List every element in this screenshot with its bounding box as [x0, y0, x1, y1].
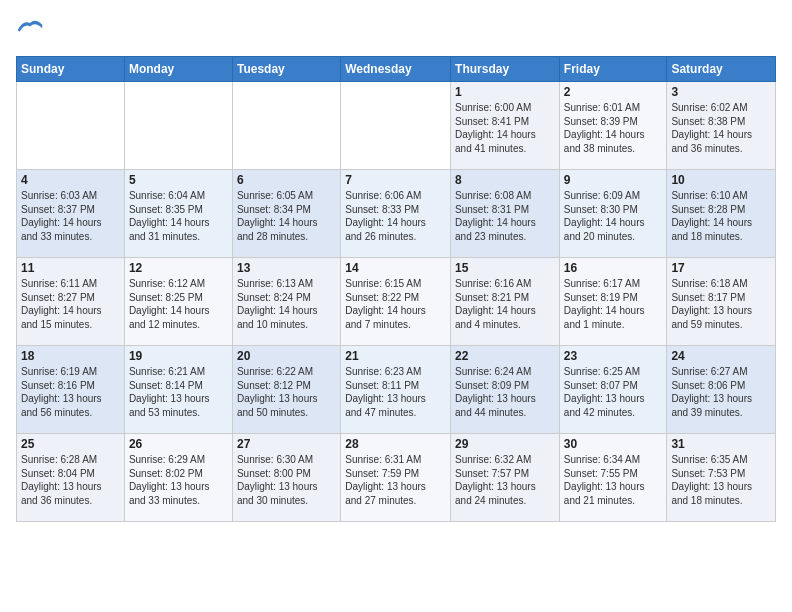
- day-number: 11: [21, 261, 120, 275]
- calendar-cell: 7Sunrise: 6:06 AM Sunset: 8:33 PM Daylig…: [341, 170, 451, 258]
- cell-content: Sunrise: 6:12 AM Sunset: 8:25 PM Dayligh…: [129, 277, 228, 331]
- cell-content: Sunrise: 6:04 AM Sunset: 8:35 PM Dayligh…: [129, 189, 228, 243]
- day-number: 3: [671, 85, 771, 99]
- day-number: 25: [21, 437, 120, 451]
- day-number: 30: [564, 437, 663, 451]
- calendar-cell: 29Sunrise: 6:32 AM Sunset: 7:57 PM Dayli…: [451, 434, 560, 522]
- cell-content: Sunrise: 6:11 AM Sunset: 8:27 PM Dayligh…: [21, 277, 120, 331]
- day-number: 15: [455, 261, 555, 275]
- day-number: 1: [455, 85, 555, 99]
- cell-content: Sunrise: 6:35 AM Sunset: 7:53 PM Dayligh…: [671, 453, 771, 507]
- calendar-body: 1Sunrise: 6:00 AM Sunset: 8:41 PM Daylig…: [17, 82, 776, 522]
- cell-content: Sunrise: 6:31 AM Sunset: 7:59 PM Dayligh…: [345, 453, 446, 507]
- calendar-cell: 23Sunrise: 6:25 AM Sunset: 8:07 PM Dayli…: [559, 346, 667, 434]
- weekday-header-saturday: Saturday: [667, 57, 776, 82]
- calendar-cell: 27Sunrise: 6:30 AM Sunset: 8:00 PM Dayli…: [232, 434, 340, 522]
- calendar-cell: 12Sunrise: 6:12 AM Sunset: 8:25 PM Dayli…: [124, 258, 232, 346]
- day-number: 10: [671, 173, 771, 187]
- weekday-header-row: SundayMondayTuesdayWednesdayThursdayFrid…: [17, 57, 776, 82]
- day-number: 31: [671, 437, 771, 451]
- cell-content: Sunrise: 6:25 AM Sunset: 8:07 PM Dayligh…: [564, 365, 663, 419]
- day-number: 28: [345, 437, 446, 451]
- calendar-cell: 11Sunrise: 6:11 AM Sunset: 8:27 PM Dayli…: [17, 258, 125, 346]
- calendar-header: SundayMondayTuesdayWednesdayThursdayFrid…: [17, 57, 776, 82]
- cell-content: Sunrise: 6:18 AM Sunset: 8:17 PM Dayligh…: [671, 277, 771, 331]
- day-number: 22: [455, 349, 555, 363]
- cell-content: Sunrise: 6:13 AM Sunset: 8:24 PM Dayligh…: [237, 277, 336, 331]
- cell-content: Sunrise: 6:00 AM Sunset: 8:41 PM Dayligh…: [455, 101, 555, 155]
- cell-content: Sunrise: 6:02 AM Sunset: 8:38 PM Dayligh…: [671, 101, 771, 155]
- day-number: 5: [129, 173, 228, 187]
- logo: [16, 16, 48, 44]
- day-number: 4: [21, 173, 120, 187]
- day-number: 18: [21, 349, 120, 363]
- logo-icon: [16, 16, 44, 44]
- cell-content: Sunrise: 6:17 AM Sunset: 8:19 PM Dayligh…: [564, 277, 663, 331]
- calendar-cell: 31Sunrise: 6:35 AM Sunset: 7:53 PM Dayli…: [667, 434, 776, 522]
- calendar-cell: 22Sunrise: 6:24 AM Sunset: 8:09 PM Dayli…: [451, 346, 560, 434]
- cell-content: Sunrise: 6:23 AM Sunset: 8:11 PM Dayligh…: [345, 365, 446, 419]
- cell-content: Sunrise: 6:32 AM Sunset: 7:57 PM Dayligh…: [455, 453, 555, 507]
- calendar-cell: 6Sunrise: 6:05 AM Sunset: 8:34 PM Daylig…: [232, 170, 340, 258]
- calendar-cell: 17Sunrise: 6:18 AM Sunset: 8:17 PM Dayli…: [667, 258, 776, 346]
- cell-content: Sunrise: 6:16 AM Sunset: 8:21 PM Dayligh…: [455, 277, 555, 331]
- cell-content: Sunrise: 6:10 AM Sunset: 8:28 PM Dayligh…: [671, 189, 771, 243]
- calendar-cell: [341, 82, 451, 170]
- cell-content: Sunrise: 6:19 AM Sunset: 8:16 PM Dayligh…: [21, 365, 120, 419]
- day-number: 16: [564, 261, 663, 275]
- day-number: 13: [237, 261, 336, 275]
- day-number: 20: [237, 349, 336, 363]
- calendar-cell: 3Sunrise: 6:02 AM Sunset: 8:38 PM Daylig…: [667, 82, 776, 170]
- day-number: 2: [564, 85, 663, 99]
- calendar-cell: 26Sunrise: 6:29 AM Sunset: 8:02 PM Dayli…: [124, 434, 232, 522]
- calendar-week-row: 25Sunrise: 6:28 AM Sunset: 8:04 PM Dayli…: [17, 434, 776, 522]
- cell-content: Sunrise: 6:03 AM Sunset: 8:37 PM Dayligh…: [21, 189, 120, 243]
- weekday-header-tuesday: Tuesday: [232, 57, 340, 82]
- weekday-header-sunday: Sunday: [17, 57, 125, 82]
- weekday-header-monday: Monday: [124, 57, 232, 82]
- calendar-cell: 30Sunrise: 6:34 AM Sunset: 7:55 PM Dayli…: [559, 434, 667, 522]
- calendar-cell: 1Sunrise: 6:00 AM Sunset: 8:41 PM Daylig…: [451, 82, 560, 170]
- calendar-week-row: 4Sunrise: 6:03 AM Sunset: 8:37 PM Daylig…: [17, 170, 776, 258]
- calendar-cell: [124, 82, 232, 170]
- day-number: 21: [345, 349, 446, 363]
- day-number: 8: [455, 173, 555, 187]
- cell-content: Sunrise: 6:22 AM Sunset: 8:12 PM Dayligh…: [237, 365, 336, 419]
- day-number: 7: [345, 173, 446, 187]
- calendar-cell: 24Sunrise: 6:27 AM Sunset: 8:06 PM Dayli…: [667, 346, 776, 434]
- calendar-cell: [17, 82, 125, 170]
- calendar-cell: 28Sunrise: 6:31 AM Sunset: 7:59 PM Dayli…: [341, 434, 451, 522]
- calendar-cell: 9Sunrise: 6:09 AM Sunset: 8:30 PM Daylig…: [559, 170, 667, 258]
- calendar-cell: [232, 82, 340, 170]
- day-number: 19: [129, 349, 228, 363]
- weekday-header-wednesday: Wednesday: [341, 57, 451, 82]
- weekday-header-friday: Friday: [559, 57, 667, 82]
- calendar-week-row: 18Sunrise: 6:19 AM Sunset: 8:16 PM Dayli…: [17, 346, 776, 434]
- calendar-cell: 4Sunrise: 6:03 AM Sunset: 8:37 PM Daylig…: [17, 170, 125, 258]
- calendar-week-row: 11Sunrise: 6:11 AM Sunset: 8:27 PM Dayli…: [17, 258, 776, 346]
- cell-content: Sunrise: 6:24 AM Sunset: 8:09 PM Dayligh…: [455, 365, 555, 419]
- calendar-cell: 21Sunrise: 6:23 AM Sunset: 8:11 PM Dayli…: [341, 346, 451, 434]
- day-number: 17: [671, 261, 771, 275]
- day-number: 14: [345, 261, 446, 275]
- day-number: 12: [129, 261, 228, 275]
- calendar-table: SundayMondayTuesdayWednesdayThursdayFrid…: [16, 56, 776, 522]
- calendar-cell: 19Sunrise: 6:21 AM Sunset: 8:14 PM Dayli…: [124, 346, 232, 434]
- cell-content: Sunrise: 6:27 AM Sunset: 8:06 PM Dayligh…: [671, 365, 771, 419]
- page-header: [16, 16, 776, 44]
- cell-content: Sunrise: 6:15 AM Sunset: 8:22 PM Dayligh…: [345, 277, 446, 331]
- day-number: 29: [455, 437, 555, 451]
- calendar-cell: 13Sunrise: 6:13 AM Sunset: 8:24 PM Dayli…: [232, 258, 340, 346]
- cell-content: Sunrise: 6:21 AM Sunset: 8:14 PM Dayligh…: [129, 365, 228, 419]
- cell-content: Sunrise: 6:30 AM Sunset: 8:00 PM Dayligh…: [237, 453, 336, 507]
- day-number: 24: [671, 349, 771, 363]
- calendar-cell: 2Sunrise: 6:01 AM Sunset: 8:39 PM Daylig…: [559, 82, 667, 170]
- day-number: 9: [564, 173, 663, 187]
- cell-content: Sunrise: 6:34 AM Sunset: 7:55 PM Dayligh…: [564, 453, 663, 507]
- cell-content: Sunrise: 6:05 AM Sunset: 8:34 PM Dayligh…: [237, 189, 336, 243]
- calendar-cell: 16Sunrise: 6:17 AM Sunset: 8:19 PM Dayli…: [559, 258, 667, 346]
- cell-content: Sunrise: 6:09 AM Sunset: 8:30 PM Dayligh…: [564, 189, 663, 243]
- calendar-cell: 8Sunrise: 6:08 AM Sunset: 8:31 PM Daylig…: [451, 170, 560, 258]
- day-number: 26: [129, 437, 228, 451]
- calendar-cell: 10Sunrise: 6:10 AM Sunset: 8:28 PM Dayli…: [667, 170, 776, 258]
